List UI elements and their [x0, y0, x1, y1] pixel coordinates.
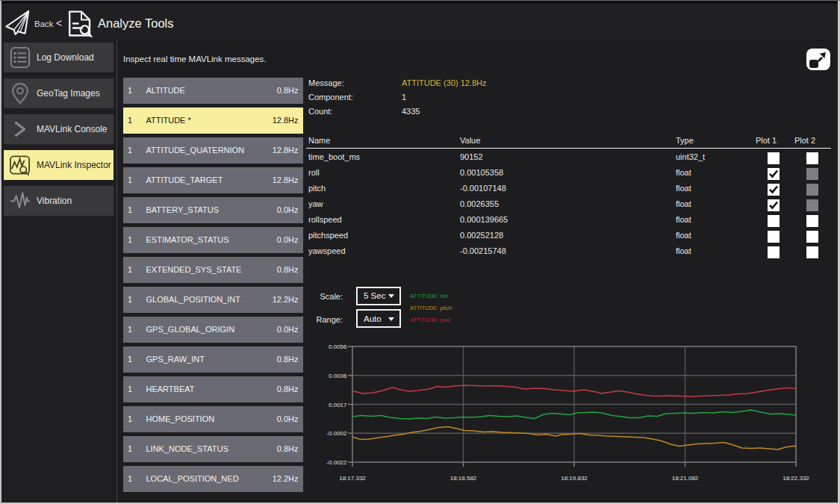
- svg-text:-0.0002: -0.0002: [326, 430, 347, 437]
- svg-text:-0.0022: -0.0022: [326, 459, 347, 466]
- svg-text:0.0017: 0.0017: [329, 402, 347, 408]
- svg-text:18:21.082: 18:21.082: [672, 475, 699, 482]
- svg-text:0.0056: 0.0056: [329, 343, 347, 350]
- svg-text:18:17.332: 18:17.332: [339, 475, 366, 482]
- svg-text:18:22.332: 18:22.332: [783, 475, 809, 482]
- svg-text:0.0036: 0.0036: [329, 373, 347, 379]
- svg-text:18:18.582: 18:18.582: [450, 475, 477, 482]
- svg-text:18:19.832: 18:19.832: [561, 475, 588, 482]
